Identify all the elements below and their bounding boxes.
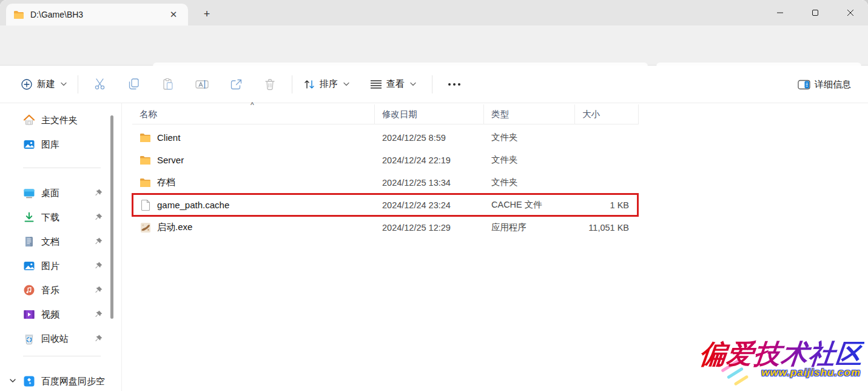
sidebar-item-label: 图库 <box>41 139 107 151</box>
file-name: Server <box>157 155 184 165</box>
file-type: 文件夹 <box>484 132 575 143</box>
file-type: CACHE 文件 <box>484 199 575 211</box>
music-icon <box>23 284 35 296</box>
scissors-icon <box>94 78 107 90</box>
column-header-type[interactable]: 类型 <box>484 104 575 124</box>
sort-button-label: 排序 <box>320 78 338 90</box>
pin-icon <box>93 334 103 344</box>
exe-app-icon <box>140 222 151 233</box>
file-type: 文件夹 <box>484 177 575 188</box>
sidebar-item-label: 图片 <box>41 260 93 272</box>
sidebar-item-videos[interactable]: 视频 <box>5 304 107 325</box>
column-header-size[interactable]: 大小 <box>575 104 639 124</box>
file-size: 11,051 KB <box>575 223 639 233</box>
pin-icon <box>93 310 103 319</box>
sidebar-item-label: 音乐 <box>41 285 93 296</box>
cut-button[interactable] <box>87 72 113 97</box>
chevron-down-icon[interactable] <box>8 376 18 386</box>
sort-ascending-icon: ^ <box>251 101 254 109</box>
share-icon <box>230 78 243 90</box>
maximize-button[interactable] <box>798 0 833 25</box>
file-date: 2024/12/24 22:19 <box>375 155 484 165</box>
sidebar-item-downloads[interactable]: 下载 <box>5 206 107 228</box>
pin-icon <box>93 237 103 246</box>
pin-icon <box>93 188 103 198</box>
navigation-pane: 主文件夹 图库 桌面 下载 文档 图片 音乐 <box>0 103 121 391</box>
table-row[interactable]: 启动.exe 2024/12/25 12:29 应用程序 11,051 KB <box>132 216 639 239</box>
new-tab-button[interactable]: + <box>199 6 215 22</box>
sidebar-item-music[interactable]: 音乐 <box>5 279 107 301</box>
chevron-down-icon <box>61 82 67 86</box>
new-button[interactable]: 新建 <box>15 72 73 97</box>
copy-button[interactable] <box>121 72 147 97</box>
column-headers: 名称 ^ 修改日期 类型 大小 <box>132 104 639 124</box>
minimize-button[interactable] <box>762 0 798 25</box>
new-button-label: 新建 <box>37 78 55 90</box>
view-button-label: 查看 <box>386 78 405 90</box>
window-controls <box>762 0 868 25</box>
column-label: 大小 <box>582 109 600 120</box>
view-button[interactable]: 查看 <box>364 72 422 97</box>
delete-button[interactable] <box>257 72 283 97</box>
sort-button[interactable]: 排序 <box>297 72 355 97</box>
file-name: 启动.exe <box>157 222 192 233</box>
chevron-down-icon <box>343 82 349 86</box>
gallery-icon <box>23 138 35 151</box>
sidebar-item-baidu-netdisk[interactable]: 百度网盘同步空 <box>5 370 107 391</box>
share-button[interactable] <box>223 72 249 97</box>
details-pane-icon <box>798 80 810 90</box>
command-bar: 新建 排序 查看 详细信息 <box>0 66 868 103</box>
sidebar-item-recycle-bin[interactable]: 回收站 <box>5 328 107 350</box>
rename-icon <box>195 79 209 90</box>
file-name: Client <box>157 132 180 143</box>
file-date: 2024/12/25 12:29 <box>375 223 484 233</box>
details-pane-label: 详细信息 <box>815 79 851 90</box>
sidebar-item-desktop[interactable]: 桌面 <box>5 182 107 204</box>
folder-icon <box>140 177 151 188</box>
paste-button[interactable] <box>155 72 181 97</box>
table-row[interactable]: 存档 2024/12/25 13:34 文件夹 <box>132 171 639 194</box>
file-date: 2024/12/25 13:34 <box>375 178 484 188</box>
sort-icon <box>303 78 315 90</box>
rename-button[interactable] <box>189 72 215 97</box>
table-row[interactable]: Client 2024/12/25 8:59 文件夹 <box>132 126 639 149</box>
sidebar-item-label: 文档 <box>41 236 93 248</box>
sidebar-item-pictures[interactable]: 图片 <box>5 255 107 277</box>
column-header-date[interactable]: 修改日期 <box>375 104 484 124</box>
file-date: 2024/12/25 8:59 <box>375 133 484 143</box>
desktop-icon <box>23 187 35 199</box>
sidebar-item-label: 下载 <box>41 212 93 223</box>
details-pane-button[interactable]: 详细信息 <box>792 72 857 97</box>
pictures-icon <box>23 260 35 272</box>
tab-strip: D:\Game\BH3 ✕ + <box>0 0 868 25</box>
pin-icon <box>93 261 103 271</box>
copy-icon <box>128 78 140 90</box>
tab-close-icon[interactable]: ✕ <box>166 7 181 22</box>
document-icon <box>23 236 35 248</box>
column-label: 名称 <box>140 109 157 120</box>
sidebar-scrollbar[interactable] <box>110 115 113 319</box>
pin-icon <box>93 285 103 295</box>
navigation-bar: 此电脑 软件 (D:) Game BH3 在 BH3 中搜索 <box>0 25 868 66</box>
ellipsis-icon <box>448 83 461 86</box>
sidebar-divider <box>23 356 101 356</box>
column-label: 类型 <box>491 109 509 120</box>
column-header-name[interactable]: 名称 ^ <box>132 104 375 124</box>
view-list-icon <box>370 80 382 89</box>
clipboard-icon <box>162 78 174 90</box>
sidebar-item-label: 百度网盘同步空 <box>41 376 107 387</box>
file-explorer-window: D:\Game\BH3 ✕ + 此电脑 软件 (D:) Game BH3 <box>0 0 868 391</box>
folder-icon <box>13 10 24 19</box>
table-row[interactable]: Server 2024/12/24 22:19 文件夹 <box>132 149 639 171</box>
pin-icon <box>93 212 103 222</box>
sidebar-item-home[interactable]: 主文件夹 <box>5 109 107 131</box>
sidebar-item-documents[interactable]: 文档 <box>5 231 107 253</box>
file-name: 存档 <box>157 177 175 188</box>
explorer-tab[interactable]: D:\Game\BH3 ✕ <box>6 4 188 25</box>
table-row-highlighted[interactable]: game_path.cache 2024/12/24 23:24 CACHE 文… <box>132 194 639 216</box>
close-button[interactable] <box>833 0 868 25</box>
pane-divider <box>121 103 122 391</box>
more-options-button[interactable] <box>441 72 468 97</box>
toolbar-divider <box>432 75 432 93</box>
sidebar-item-gallery[interactable]: 图库 <box>5 134 107 155</box>
